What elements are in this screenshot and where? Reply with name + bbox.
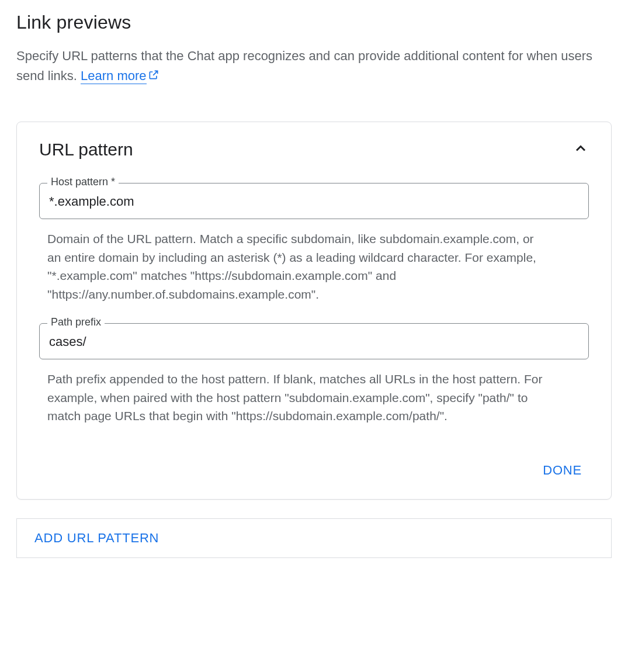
- host-pattern-input[interactable]: [39, 183, 589, 219]
- path-prefix-input[interactable]: [39, 323, 589, 359]
- chevron-up-icon[interactable]: [573, 140, 589, 159]
- add-url-pattern-button[interactable]: ADD URL PATTERN: [34, 531, 159, 546]
- host-pattern-field: Host pattern *: [39, 183, 589, 219]
- host-pattern-label: Host pattern *: [47, 176, 119, 188]
- url-pattern-card: URL pattern Host pattern * Domain of the…: [16, 122, 612, 500]
- learn-more-link[interactable]: Learn more: [81, 68, 147, 84]
- card-actions: DONE: [39, 458, 589, 483]
- path-prefix-helper: Path prefix appended to the host pattern…: [39, 366, 553, 425]
- page-description: Specify URL patterns that the Chat app r…: [16, 46, 606, 86]
- add-url-pattern-row: ADD URL PATTERN: [16, 518, 612, 558]
- external-link-icon: [148, 67, 159, 86]
- done-button[interactable]: DONE: [536, 458, 589, 483]
- host-pattern-helper: Domain of the URL pattern. Match a speci…: [39, 226, 553, 303]
- path-prefix-field: Path prefix: [39, 323, 589, 359]
- card-header[interactable]: URL pattern: [39, 140, 589, 160]
- page-title: Link previews: [16, 12, 612, 33]
- card-title: URL pattern: [39, 140, 133, 160]
- path-prefix-label: Path prefix: [47, 316, 105, 328]
